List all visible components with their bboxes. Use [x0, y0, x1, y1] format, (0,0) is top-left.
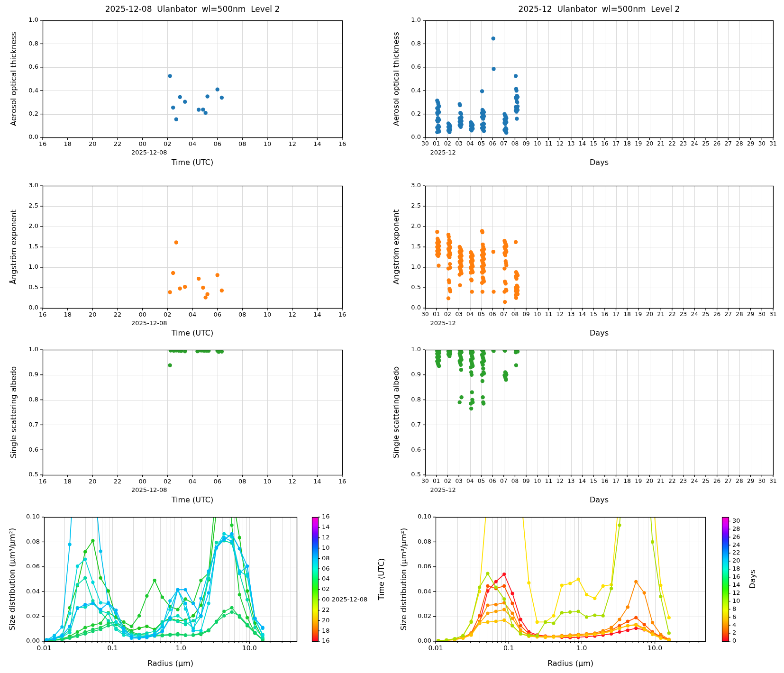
- chart-sizedist-month-canvas: [393, 491, 784, 673]
- chart-aot-day: [0, 0, 379, 180]
- chart-sizedist-month: [393, 491, 784, 673]
- chart-ssa-month-canvas: [393, 327, 784, 507]
- chart-angstrom-month-canvas: [393, 171, 784, 341]
- chart-angstrom-day: [0, 171, 379, 341]
- aeronet-figure: [0, 0, 784, 673]
- chart-ssa-month: [393, 327, 784, 507]
- chart-ssa-day-canvas: [0, 327, 379, 507]
- chart-angstrom-day-canvas: [0, 171, 379, 341]
- chart-aot-month: [393, 0, 784, 180]
- chart-sizedist-day: [0, 491, 393, 673]
- chart-angstrom-month: [393, 171, 784, 341]
- chart-sizedist-day-canvas: [0, 491, 393, 673]
- chart-ssa-day: [0, 327, 379, 507]
- chart-aot-month-canvas: [393, 0, 784, 180]
- chart-aot-day-canvas: [0, 0, 379, 180]
